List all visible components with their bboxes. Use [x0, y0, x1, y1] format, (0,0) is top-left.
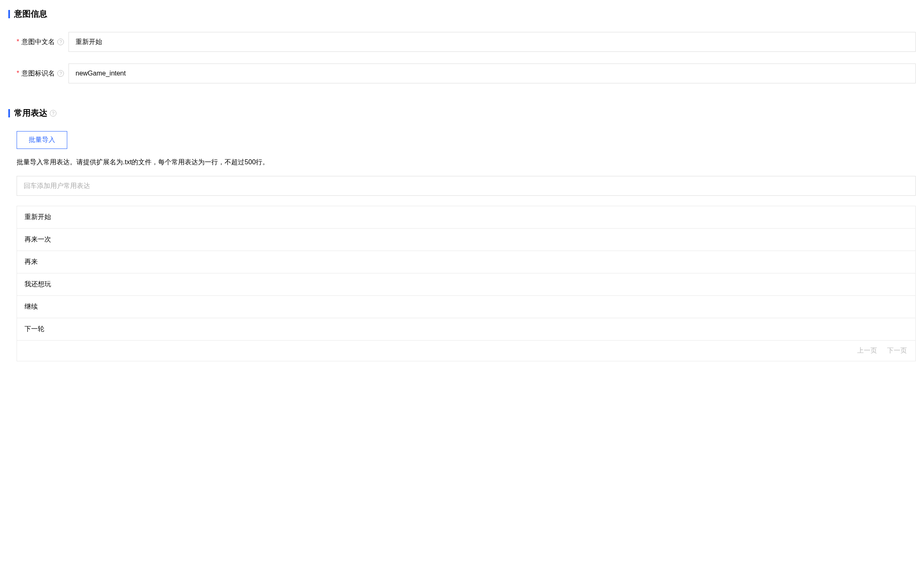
pagination: 上一页 下一页 — [17, 341, 915, 361]
section-header-intent-info: 意图信息 — [8, 8, 916, 19]
next-page-button[interactable]: 下一页 — [887, 346, 907, 355]
list-item[interactable]: 再来一次 — [17, 229, 915, 251]
expression-input-wrap — [17, 176, 916, 196]
help-icon[interactable]: ? — [57, 70, 64, 77]
form-label-identifier: * 意图标识名 ? — [8, 69, 68, 78]
help-icon[interactable]: ? — [50, 110, 56, 117]
list-item[interactable]: 继续 — [17, 296, 915, 318]
section-title: 意图信息 — [14, 8, 47, 19]
section-title: 常用表达 — [14, 107, 47, 119]
list-item[interactable]: 再来 — [17, 251, 915, 273]
list-item[interactable]: 我还想玩 — [17, 273, 915, 296]
identifier-input[interactable] — [68, 63, 916, 83]
list-item[interactable]: 重新开始 — [17, 206, 915, 229]
form-row-identifier: * 意图标识名 ? — [8, 63, 916, 83]
section-bar-icon — [8, 109, 10, 117]
form-row-chinese-name: * 意图中文名 ? — [8, 32, 916, 52]
form-label-chinese-name: * 意图中文名 ? — [8, 38, 68, 46]
required-marker: * — [17, 38, 19, 46]
expression-input[interactable] — [17, 176, 916, 196]
bulk-import-button[interactable]: 批量导入 — [17, 131, 67, 149]
section-bar-icon — [8, 10, 10, 18]
required-marker: * — [17, 70, 19, 77]
prev-page-button[interactable]: 上一页 — [857, 346, 877, 355]
chinese-name-input[interactable] — [68, 32, 916, 52]
expressions-list: 重新开始 再来一次 再来 我还想玩 继续 下一轮 上一页 下一页 — [17, 206, 916, 361]
section-header-expressions: 常用表达 ? — [8, 107, 916, 119]
label-text: 意图标识名 — [22, 69, 55, 78]
import-description: 批量导入常用表达。请提供扩展名为.txt的文件，每个常用表达为一行，不超过500… — [17, 158, 916, 167]
list-item[interactable]: 下一轮 — [17, 318, 915, 341]
label-text: 意图中文名 — [22, 38, 55, 46]
help-icon[interactable]: ? — [57, 39, 64, 45]
